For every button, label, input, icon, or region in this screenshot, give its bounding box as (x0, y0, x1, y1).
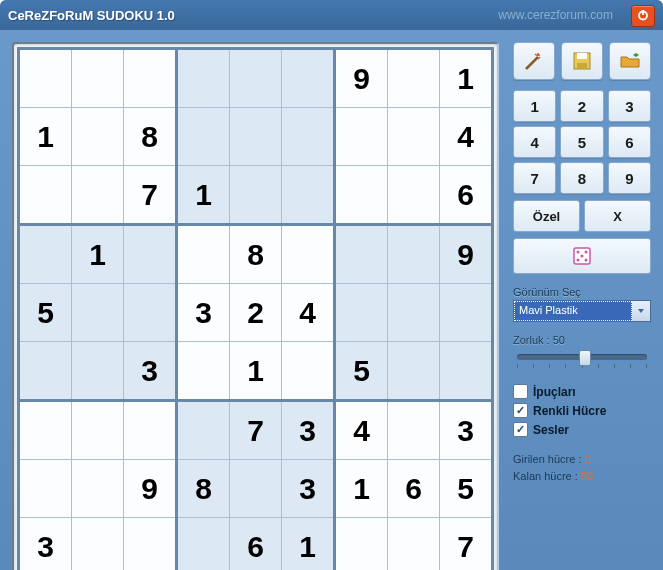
cell-1-5[interactable] (282, 108, 335, 166)
colored-checkbox[interactable] (513, 403, 528, 418)
cell-3-2[interactable] (124, 225, 177, 284)
cell-4-7[interactable] (388, 284, 440, 342)
cell-3-7[interactable] (388, 225, 440, 284)
cell-7-1[interactable] (72, 460, 124, 518)
cell-8-4[interactable]: 6 (230, 518, 282, 571)
cell-1-0[interactable]: 1 (19, 108, 72, 166)
dice-button[interactable] (513, 238, 651, 274)
cell-0-5[interactable] (282, 49, 335, 108)
cell-7-7[interactable]: 6 (388, 460, 440, 518)
slider-thumb[interactable] (579, 350, 591, 366)
cell-3-5[interactable] (282, 225, 335, 284)
cell-7-2[interactable]: 9 (124, 460, 177, 518)
cell-3-4[interactable]: 8 (230, 225, 282, 284)
cell-7-8[interactable]: 5 (440, 460, 493, 518)
cell-4-0[interactable]: 5 (19, 284, 72, 342)
cell-8-6[interactable] (335, 518, 388, 571)
cell-6-8[interactable]: 3 (440, 401, 493, 460)
close-button[interactable] (631, 5, 655, 27)
cell-6-5[interactable]: 3 (282, 401, 335, 460)
cell-0-0[interactable] (19, 49, 72, 108)
cell-5-4[interactable]: 1 (230, 342, 282, 401)
cell-6-1[interactable] (72, 401, 124, 460)
hints-checkbox[interactable] (513, 384, 528, 399)
cell-5-5[interactable] (282, 342, 335, 401)
cell-4-4[interactable]: 2 (230, 284, 282, 342)
dropdown-arrow-icon[interactable] (632, 301, 650, 321)
cell-0-2[interactable] (124, 49, 177, 108)
cell-4-3[interactable]: 3 (177, 284, 230, 342)
cell-8-1[interactable] (72, 518, 124, 571)
cell-3-3[interactable] (177, 225, 230, 284)
cell-5-8[interactable] (440, 342, 493, 401)
cell-2-7[interactable] (388, 166, 440, 225)
cell-5-1[interactable] (72, 342, 124, 401)
cell-5-6[interactable]: 5 (335, 342, 388, 401)
cell-6-7[interactable] (388, 401, 440, 460)
cell-6-3[interactable] (177, 401, 230, 460)
cell-6-0[interactable] (19, 401, 72, 460)
cell-7-4[interactable] (230, 460, 282, 518)
cell-1-2[interactable]: 8 (124, 108, 177, 166)
cell-4-5[interactable]: 4 (282, 284, 335, 342)
cell-5-7[interactable] (388, 342, 440, 401)
cell-7-6[interactable]: 1 (335, 460, 388, 518)
difficulty-slider[interactable] (517, 354, 647, 360)
cell-2-3[interactable]: 1 (177, 166, 230, 225)
cell-3-8[interactable]: 9 (440, 225, 493, 284)
cell-4-6[interactable] (335, 284, 388, 342)
sounds-checkbox-row[interactable]: Sesler (513, 422, 651, 437)
cell-2-4[interactable] (230, 166, 282, 225)
cell-0-4[interactable] (230, 49, 282, 108)
cell-0-6[interactable]: 9 (335, 49, 388, 108)
cell-3-1[interactable]: 1 (72, 225, 124, 284)
cell-0-7[interactable] (388, 49, 440, 108)
numpad-4[interactable]: 4 (513, 126, 556, 158)
cell-8-3[interactable] (177, 518, 230, 571)
cell-8-5[interactable]: 1 (282, 518, 335, 571)
cell-1-1[interactable] (72, 108, 124, 166)
numpad-9[interactable]: 9 (608, 162, 651, 194)
cell-2-5[interactable] (282, 166, 335, 225)
cell-3-6[interactable] (335, 225, 388, 284)
numpad-1[interactable]: 1 (513, 90, 556, 122)
cell-1-8[interactable]: 4 (440, 108, 493, 166)
cell-2-0[interactable] (19, 166, 72, 225)
cell-8-2[interactable] (124, 518, 177, 571)
cell-6-4[interactable]: 7 (230, 401, 282, 460)
cell-5-0[interactable] (19, 342, 72, 401)
cell-7-5[interactable]: 3 (282, 460, 335, 518)
colored-checkbox-row[interactable]: Renkli Hücre (513, 403, 651, 418)
wand-button[interactable] (513, 42, 555, 80)
numpad-5[interactable]: 5 (560, 126, 603, 158)
cell-1-7[interactable] (388, 108, 440, 166)
view-dropdown[interactable]: Mavi Plastik (513, 300, 651, 322)
cell-2-1[interactable] (72, 166, 124, 225)
cell-3-0[interactable] (19, 225, 72, 284)
numpad-8[interactable]: 8 (560, 162, 603, 194)
x-button[interactable]: X (584, 200, 651, 232)
cell-8-0[interactable]: 3 (19, 518, 72, 571)
cell-4-1[interactable] (72, 284, 124, 342)
cell-1-4[interactable] (230, 108, 282, 166)
cell-6-2[interactable] (124, 401, 177, 460)
cell-0-8[interactable]: 1 (440, 49, 493, 108)
numpad-7[interactable]: 7 (513, 162, 556, 194)
cell-5-2[interactable]: 3 (124, 342, 177, 401)
cell-2-6[interactable] (335, 166, 388, 225)
cell-5-3[interactable] (177, 342, 230, 401)
hints-checkbox-row[interactable]: İpuçları (513, 384, 651, 399)
sounds-checkbox[interactable] (513, 422, 528, 437)
numpad-6[interactable]: 6 (608, 126, 651, 158)
cell-6-6[interactable]: 4 (335, 401, 388, 460)
cell-4-8[interactable] (440, 284, 493, 342)
cell-2-8[interactable]: 6 (440, 166, 493, 225)
cell-7-0[interactable] (19, 460, 72, 518)
cell-7-3[interactable]: 8 (177, 460, 230, 518)
cell-1-6[interactable] (335, 108, 388, 166)
cell-4-2[interactable] (124, 284, 177, 342)
cell-8-7[interactable] (388, 518, 440, 571)
cell-8-8[interactable]: 7 (440, 518, 493, 571)
cell-2-2[interactable]: 7 (124, 166, 177, 225)
cell-1-3[interactable] (177, 108, 230, 166)
